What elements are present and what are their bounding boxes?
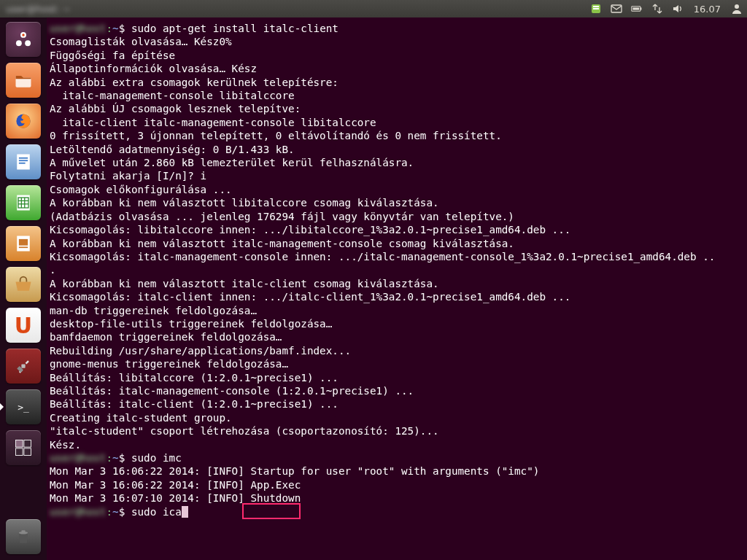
output-line: Mon Mar 3 16:07:10 2014: [INFO] Shutdown [50, 492, 301, 504]
output-line: desktop-file-utils triggereinek feldolgo… [50, 318, 332, 330]
output-line: gnome-menus triggereinek feldolgozása… [50, 358, 288, 370]
output-line: Rebuilding /usr/share/applications/bamf.… [50, 345, 351, 357]
network-indicator[interactable] [647, 0, 667, 18]
output-line: A korábban ki nem választott italc-clien… [50, 278, 439, 289]
workspace-switcher-icon[interactable] [4, 429, 42, 467]
prompt-user: user@host [50, 23, 106, 34]
output-line: (Adatbázis olvasása ... jelenleg 176294 … [50, 211, 514, 222]
output-line: Kicsomagolás: italc-client innen: .../it… [50, 291, 570, 303]
dash-icon[interactable] [4, 20, 42, 58]
svg-rect-15 [19, 160, 28, 161]
software-center-icon[interactable] [4, 265, 42, 303]
output-line: Mon Mar 3 16:06:22 2014: [INFO] Startup … [50, 465, 539, 477]
svg-rect-16 [19, 163, 26, 164]
libreoffice-calc-icon[interactable] [4, 184, 42, 222]
unity-launcher: U >_ [0, 18, 47, 560]
output-line: Beállítás: libitalccore (1:2.0.1~precise… [50, 372, 338, 384]
sound-indicator[interactable] [667, 0, 688, 18]
system-settings-icon[interactable] [4, 347, 42, 385]
window-title: user@host: ~ [0, 4, 71, 15]
svg-rect-2 [593, 8, 599, 9]
output-line: Az alábbi ÚJ csomagok lesznek telepítve: [50, 103, 301, 114]
output-line: Az alábbi extra csomagok kerülnek telepí… [50, 77, 338, 88]
svg-rect-29 [16, 448, 23, 456]
svg-rect-3 [611, 5, 622, 12]
svg-rect-26 [21, 364, 25, 368]
terminal-window[interactable]: user@host:~$ sudo apt-get install italc-… [47, 18, 747, 560]
svg-rect-24 [19, 239, 28, 246]
output-line: . [50, 264, 56, 276]
output-line: Csomaglisták olvasása… Kész0% [50, 36, 232, 47]
output-line: Kicsomagolás: italc-management-console i… [50, 251, 715, 262]
command-1: sudo apt-get install italc-client [131, 23, 338, 34]
prompt-path: ~ [112, 452, 119, 464]
output-line: Creating italc-student group. [50, 412, 232, 424]
command-2: sudo imc [131, 452, 182, 464]
svg-rect-27 [16, 440, 23, 448]
svg-rect-28 [24, 440, 31, 448]
prompt-user: user@host [50, 506, 106, 518]
mail-indicator[interactable] [606, 0, 627, 18]
output-line: Folytatni akarja [I/n]? i [50, 170, 206, 182]
output-line: Függőségi fa építése [50, 50, 175, 61]
prompt-path: ~ [112, 506, 119, 518]
output-line: "italc-student" csoport létrehozása (cso… [50, 425, 439, 437]
session-indicator[interactable] [727, 0, 747, 18]
svg-rect-5 [640, 7, 642, 9]
output-line: Csomagok előkonfigurálása ... [50, 184, 232, 195]
output-line: A korábban ki nem választott italc-manag… [50, 238, 514, 249]
clock[interactable]: 16.07 [688, 0, 727, 18]
battery-indicator[interactable] [627, 0, 647, 18]
output-line: 0 frissített, 3 újonnan telepített, 0 el… [50, 130, 502, 141]
svg-rect-30 [24, 448, 31, 456]
svg-rect-13 [17, 155, 30, 170]
svg-point-9 [16, 40, 22, 46]
svg-rect-25 [19, 246, 28, 248]
svg-point-11 [22, 34, 25, 36]
prompt-path: ~ [112, 23, 119, 34]
output-line: man-db triggereinek feldolgozása… [50, 305, 257, 316]
output-line: A művelet után 2.860 kB lemezterület ker… [50, 157, 414, 168]
svg-rect-32 [21, 530, 25, 532]
svg-point-10 [25, 40, 31, 46]
output-line: Mon Mar 3 16:06:22 2014: [INFO] App.Exec [50, 479, 301, 491]
output-line: Letöltendő adatmennyiség: 0 B/1.433 kB. [50, 144, 295, 155]
svg-rect-1 [593, 6, 599, 7]
trash-icon[interactable] [4, 518, 42, 556]
terminal-cursor [182, 506, 188, 518]
svg-rect-14 [19, 158, 28, 159]
output-line: Beállítás: italc-client (1:2.0.1~precise… [50, 398, 338, 410]
output-line: Kész. [50, 439, 81, 451]
firefox-icon[interactable] [4, 102, 42, 140]
top-panel: user@host: ~ 16.07 [0, 0, 747, 18]
output-line: Állapotinformációk olvasása… Kész [50, 63, 257, 74]
output-line: italc-client italc-management-console li… [50, 117, 376, 128]
ubuntu-one-icon[interactable]: U [4, 306, 42, 344]
svg-point-7 [735, 4, 739, 9]
command-3-current: sudo ica [131, 506, 182, 518]
files-icon[interactable] [4, 61, 42, 99]
software-updater-indicator[interactable] [586, 0, 606, 18]
svg-rect-6 [632, 7, 639, 9]
libreoffice-impress-icon[interactable] [4, 225, 42, 262]
output-line: bamfdaemon triggereinek feldolgozása… [50, 331, 282, 343]
output-line: Beállítás: italc-management-console (1:2… [50, 385, 414, 397]
output-line: A korábban ki nem választott libitalccor… [50, 197, 439, 209]
output-line: Kicsomagolás: libitalccore innen: .../li… [50, 224, 570, 236]
output-line: italc-management-console libitalccore [50, 90, 295, 101]
prompt-user: user@host [50, 452, 106, 464]
terminal-icon[interactable]: >_ [4, 388, 42, 426]
libreoffice-writer-icon[interactable] [4, 143, 42, 181]
